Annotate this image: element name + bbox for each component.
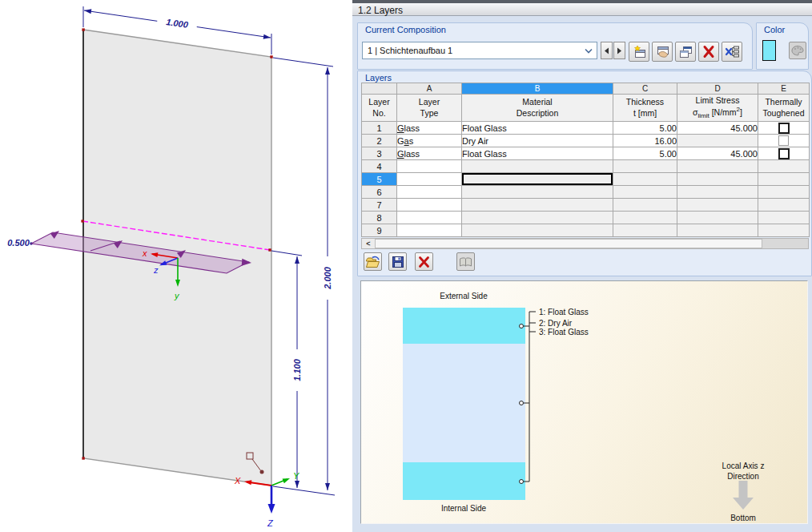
new-window-icon [632, 45, 647, 59]
cell-limit-stress[interactable] [677, 199, 758, 212]
cell-material-description[interactable] [462, 199, 613, 212]
cell-thickness[interactable] [613, 199, 677, 212]
library-book-icon [458, 256, 473, 268]
cell-thickness[interactable]: 5.00 [613, 122, 677, 135]
previous-composition-button[interactable] [601, 42, 613, 59]
model-3d-drawing: 1.000 2.000 1.100 0.500 [0, 0, 352, 532]
cell-layer-type[interactable]: Glass [397, 122, 462, 135]
cell-limit-stress[interactable] [677, 212, 758, 224]
save-composition-button[interactable] [388, 252, 407, 271]
cell-material-description[interactable] [462, 212, 613, 224]
row-header-9[interactable]: 9 [362, 224, 397, 237]
cell-thermally-toughened[interactable] [758, 224, 810, 237]
cell-material-description[interactable]: Float Glass [462, 122, 613, 135]
cell-material-description[interactable] [462, 160, 613, 173]
cell-material-description[interactable] [462, 224, 613, 237]
cell-thickness[interactable] [613, 160, 677, 173]
cell-limit-stress[interactable] [677, 224, 758, 237]
dim-cut-height-label: 1.100 [292, 358, 302, 381]
cell-limit-stress[interactable]: 45.000 [677, 147, 758, 160]
rename-hand-icon [655, 45, 670, 59]
row-header-8[interactable]: 8 [362, 212, 397, 224]
cell-layer-type[interactable] [397, 224, 462, 237]
scrollbar-thumb[interactable] [375, 239, 762, 248]
rename-composition-button[interactable] [652, 42, 673, 62]
cell-thickness[interactable]: 16.00 [613, 135, 677, 147]
cell-thermally-toughened[interactable] [758, 147, 810, 160]
cell-layer-type[interactable] [397, 173, 462, 186]
column-header-A[interactable]: A [397, 83, 462, 95]
thermally-toughened-checkbox[interactable] [778, 148, 790, 159]
cell-layer-type[interactable] [397, 160, 462, 173]
open-composition-button[interactable] [364, 252, 382, 271]
delete-all-compositions-button[interactable] [722, 42, 742, 62]
cell-thermally-toughened[interactable] [758, 173, 810, 186]
scroll-left-button[interactable]: < [362, 239, 376, 248]
row-header-3[interactable]: 3 [362, 147, 397, 160]
cell-material-description[interactable]: Float Glass [462, 147, 613, 160]
cell-thickness[interactable]: 5.00 [613, 147, 677, 160]
composition-select[interactable]: 1 | Schichtenaufbau 1 [362, 42, 597, 59]
cell-material-description[interactable] [462, 186, 613, 199]
cell-thermally-toughened[interactable] [758, 186, 810, 199]
local-axis-z-label: z [153, 265, 159, 275]
thermally-toughened-checkbox[interactable] [778, 123, 790, 134]
row-header-4[interactable]: 4 [362, 160, 397, 173]
header-limit-stress[interactable]: Limit Stressσlimit [N/mm2] [677, 95, 758, 122]
row-header-1[interactable]: 1 [362, 122, 397, 135]
cell-limit-stress[interactable] [677, 135, 758, 147]
cell-thickness[interactable] [613, 224, 677, 237]
table-horizontal-scrollbar[interactable]: < [361, 238, 809, 249]
column-header-B[interactable]: B [462, 83, 613, 95]
table-row: 9 [362, 224, 810, 237]
cell-thickness[interactable] [613, 186, 677, 199]
cell-thermally-toughened[interactable] [758, 199, 810, 212]
cell-limit-stress[interactable] [677, 160, 758, 173]
cell-thermally-toughened[interactable] [758, 160, 810, 173]
delete-composition-button[interactable] [698, 42, 719, 62]
cell-layer-type[interactable] [397, 186, 462, 199]
cell-layer-type[interactable]: Gas [397, 135, 462, 147]
cell-thermally-toughened[interactable] [758, 122, 810, 135]
cell-material-description[interactable] [462, 173, 613, 186]
color-palette-button[interactable] [789, 42, 806, 59]
layers-table[interactable]: ABCDELayerNo.LayerTypeMaterialDescriptio… [361, 83, 810, 237]
cell-layer-type[interactable] [397, 199, 462, 212]
local-axis-direction-line1: Local Axis z [722, 461, 765, 470]
row-header-2[interactable]: 2 [362, 135, 397, 147]
cell-limit-stress[interactable]: 45.000 [677, 122, 758, 135]
cell-thickness[interactable] [613, 173, 677, 186]
row-header-7[interactable]: 7 [362, 199, 397, 212]
row-header-6[interactable]: 6 [362, 186, 397, 199]
header-thickness[interactable]: Thicknesst [mm] [613, 95, 677, 122]
column-header-C[interactable]: C [613, 83, 677, 95]
column-header-D[interactable]: D [677, 83, 758, 95]
table-row: 4 [362, 160, 810, 173]
header-thermally-toughened[interactable]: ThermallyToughened [758, 95, 810, 122]
thermally-toughened-checkbox[interactable] [778, 135, 789, 146]
next-composition-button[interactable] [613, 42, 625, 59]
cell-thermally-toughened[interactable] [758, 135, 810, 147]
model-3d-viewport[interactable]: 1.000 2.000 1.100 0.500 [0, 0, 352, 532]
chevron-down-icon [585, 48, 593, 54]
cell-thermally-toughened[interactable] [758, 212, 810, 224]
cell-layer-type[interactable]: Glass [397, 147, 462, 160]
cell-material-description[interactable]: Dry Air [462, 135, 613, 147]
cell-layer-type[interactable] [397, 212, 462, 224]
header-material-description[interactable]: MaterialDescription [462, 95, 613, 122]
column-corner-header[interactable] [362, 83, 397, 95]
column-header-E[interactable]: E [758, 83, 810, 95]
cell-limit-stress[interactable] [677, 173, 758, 186]
global-axis-y-label: Y [293, 471, 299, 481]
material-library-button[interactable] [456, 252, 475, 271]
header-layer-no[interactable]: LayerNo. [362, 95, 397, 122]
cell-limit-stress[interactable] [677, 186, 758, 199]
delete-layers-button[interactable] [415, 252, 433, 271]
copy-composition-button[interactable] [675, 42, 696, 62]
header-layer-type[interactable]: LayerType [397, 95, 462, 122]
row-header-5[interactable]: 5 [362, 173, 397, 186]
new-composition-button[interactable] [629, 42, 649, 62]
composition-color-swatch[interactable] [762, 40, 776, 61]
cell-thickness[interactable] [613, 212, 677, 224]
local-axis-direction-line2: Direction [727, 472, 758, 481]
